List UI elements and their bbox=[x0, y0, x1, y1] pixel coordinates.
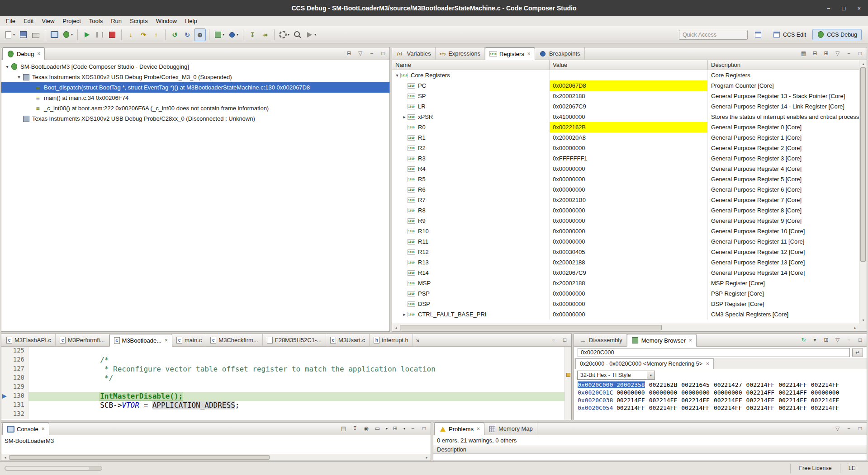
memory-word[interactable]: 00000000 bbox=[714, 389, 742, 396]
memory-word[interactable]: 002214FF bbox=[649, 404, 678, 411]
editor-overview-ruler[interactable] bbox=[564, 347, 571, 420]
memory-word[interactable]: 002214FF bbox=[714, 404, 742, 411]
dropdown-arrow-icon[interactable]: ▾ bbox=[386, 427, 388, 431]
breakpoint-button[interactable]: ▾ bbox=[227, 28, 240, 41]
step-over-button[interactable] bbox=[138, 28, 149, 41]
memory-word[interactable]: 002214FF bbox=[617, 404, 645, 411]
tab-m3performfi[interactable]: M3Performfi... bbox=[56, 334, 109, 346]
registers-horizontal-scrollbar[interactable]: ◂ ▸ bbox=[392, 324, 859, 331]
scrollbar-thumb[interactable] bbox=[9, 455, 270, 460]
register-row[interactable]: R10x200020A8General Purpose Register 1 [… bbox=[392, 132, 859, 143]
assembly-step-into-button[interactable] bbox=[247, 28, 258, 41]
close-icon[interactable] bbox=[706, 361, 709, 367]
code-text[interactable] bbox=[28, 410, 564, 419]
debug-tree-row[interactable]: main() at main.c:34 0x00206F74 bbox=[1, 93, 389, 103]
assembly-step-over-button[interactable] bbox=[259, 28, 271, 41]
register-row[interactable]: R130x20002188General Purpose Register 13… bbox=[392, 257, 859, 268]
tab-debug[interactable]: Debug bbox=[2, 47, 45, 60]
view-menu-icon[interactable] bbox=[356, 50, 364, 57]
registers-vertical-scrollbar[interactable]: ▴ ▾ bbox=[859, 60, 867, 324]
tab-m3usart-c[interactable]: M3Usart.c bbox=[326, 334, 370, 346]
refresh-memory-icon[interactable] bbox=[800, 336, 807, 344]
tab-problems[interactable]: Problems bbox=[434, 423, 484, 435]
suspend-button[interactable] bbox=[94, 28, 105, 41]
expander-icon[interactable]: ▸ bbox=[401, 312, 408, 317]
scroll-right-arrow-icon[interactable]: ▸ bbox=[851, 324, 859, 331]
search-button[interactable] bbox=[292, 28, 304, 41]
memory-word[interactable]: 002214FF bbox=[746, 389, 775, 396]
menu-run[interactable]: Run bbox=[107, 17, 126, 25]
tab-breakpoints[interactable]: Breakpoints bbox=[535, 47, 585, 60]
maximize-button[interactable]: □ bbox=[842, 5, 846, 12]
tab-interrupt-h[interactable]: interrupt.h bbox=[370, 334, 413, 346]
minimize-icon[interactable] bbox=[368, 50, 375, 57]
memory-address-input[interactable] bbox=[578, 348, 850, 357]
close-icon[interactable] bbox=[689, 337, 692, 343]
close-icon[interactable] bbox=[37, 51, 40, 57]
tab-memory-browser[interactable]: Memory Browser bbox=[627, 334, 697, 347]
memory-address[interactable]: 0x0020C038 bbox=[578, 397, 617, 404]
register-row[interactable]: MSP0x20002188MSP Register [Core] bbox=[392, 278, 859, 288]
tab-expressions[interactable]: Expressions bbox=[436, 47, 485, 60]
open-console-icon[interactable] bbox=[391, 425, 399, 433]
memory-word[interactable]: 20002358 bbox=[617, 381, 645, 388]
register-row[interactable]: R20x00000000General Purpose Register 2 [… bbox=[392, 143, 859, 153]
editor-tab-overflow[interactable]: » bbox=[413, 337, 423, 344]
memory-format-select[interactable]: 32-Bit Hex - TI Style bbox=[577, 371, 655, 380]
code-text[interactable]: /* bbox=[28, 356, 564, 365]
breakpoint-ruler[interactable] bbox=[1, 392, 9, 401]
breakpoint-ruler[interactable] bbox=[1, 347, 9, 356]
expand-all-icon[interactable] bbox=[822, 50, 830, 57]
register-row[interactable]: R30xFFFFFFF1General Purpose Register 3 [… bbox=[392, 153, 859, 164]
memory-word[interactable]: 002214FF bbox=[746, 381, 775, 388]
maximize-icon[interactable] bbox=[856, 425, 864, 433]
target-configurations-button[interactable] bbox=[48, 28, 60, 41]
problems-column-header[interactable]: Description bbox=[433, 445, 867, 454]
breakpoint-ruler[interactable] bbox=[1, 401, 9, 410]
flash-button[interactable]: ▾ bbox=[213, 28, 226, 41]
close-icon[interactable] bbox=[42, 426, 45, 432]
tab-disassembly[interactable]: Disassembly bbox=[575, 334, 627, 346]
register-row[interactable]: LR0x002067C9General Purpose Register 14 … bbox=[392, 101, 859, 112]
refresh-button[interactable] bbox=[181, 28, 193, 41]
view-menu-icon[interactable] bbox=[834, 50, 841, 57]
memory-word[interactable]: 002214FF bbox=[746, 397, 775, 404]
restart-button[interactable] bbox=[169, 28, 180, 41]
scrollbar-thumb[interactable] bbox=[400, 325, 662, 330]
register-row[interactable]: PC0x002067D8Program Counter [Core] bbox=[392, 80, 859, 91]
scroll-up-arrow-icon[interactable]: ▴ bbox=[859, 60, 867, 67]
memory-word[interactable]: 00000000 bbox=[811, 389, 840, 396]
tab-registers[interactable]: Registers bbox=[485, 47, 535, 60]
maximize-icon[interactable] bbox=[561, 336, 569, 344]
debug-tree-row[interactable]: Texas Instruments XDS100v2 USB Debug Pro… bbox=[1, 113, 389, 124]
export-memory-icon[interactable] bbox=[822, 336, 830, 344]
code-text[interactable]: IntMasterDisable(); bbox=[28, 392, 564, 401]
register-row[interactable]: R40x00000000General Purpose Register 4 [… bbox=[392, 164, 859, 174]
save-button[interactable] bbox=[17, 28, 29, 41]
memory-word[interactable]: 002214FF bbox=[746, 404, 775, 411]
code-text[interactable] bbox=[28, 347, 564, 356]
code-text[interactable]: * Reconfigure vector table offset regist… bbox=[28, 365, 564, 374]
debug-tree-row[interactable]: _c_int00() at boot.asm:222 0x00206E6A (_… bbox=[1, 103, 389, 113]
close-icon[interactable] bbox=[527, 51, 531, 57]
column-header-description[interactable]: Description bbox=[708, 60, 859, 70]
close-icon[interactable] bbox=[477, 426, 480, 432]
menu-window[interactable]: Window bbox=[152, 17, 181, 25]
menu-project[interactable]: Project bbox=[58, 17, 85, 25]
register-row[interactable]: R120x00030405General Purpose Register 12… bbox=[392, 247, 859, 257]
register-row[interactable]: DSP0x00000000DSP Register [Core] bbox=[392, 299, 859, 309]
minimize-icon[interactable] bbox=[409, 425, 417, 433]
register-row[interactable]: R80x00000000General Purpose Register 8 [… bbox=[392, 205, 859, 216]
pin-console-icon[interactable] bbox=[362, 425, 370, 433]
memory-word[interactable]: 00221427 bbox=[714, 381, 742, 388]
clear-console-icon[interactable] bbox=[340, 425, 347, 433]
memory-word[interactable]: 002214FF bbox=[778, 397, 807, 404]
maximize-icon[interactable] bbox=[420, 425, 428, 433]
debug-tree-row[interactable]: ▾SM-BootLoaderM3 [Code Composer Studio -… bbox=[1, 61, 389, 72]
step-into-button[interactable] bbox=[125, 28, 137, 41]
collapse-all-icon[interactable] bbox=[345, 50, 353, 57]
expander-icon[interactable]: ▾ bbox=[394, 73, 400, 78]
scroll-lock-icon[interactable] bbox=[351, 425, 359, 433]
new-button[interactable]: ▾ bbox=[3, 28, 16, 41]
memory-word[interactable]: 00221645 bbox=[681, 381, 710, 388]
